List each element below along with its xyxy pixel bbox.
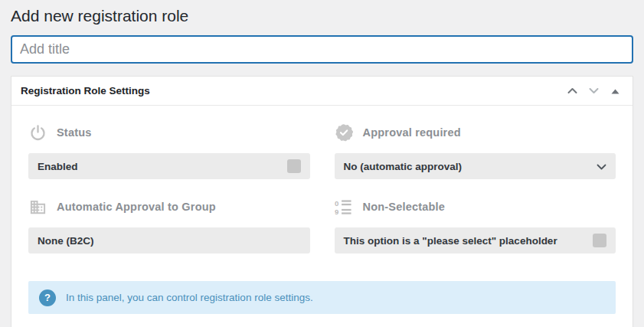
svg-text:9: 9 <box>335 208 338 216</box>
select-chevron-down-icon <box>597 161 606 172</box>
metabox-title: Registration Role Settings <box>21 85 150 96</box>
metabox-controls <box>564 83 623 100</box>
move-up-button[interactable] <box>564 83 580 100</box>
metabox-header: Registration Role Settings <box>11 77 633 106</box>
automatic-approval-group-field[interactable]: None (B2C) <box>28 227 310 253</box>
section-automatic-approval-group: Automatic Approval to Group None (B2C) <box>28 198 310 253</box>
non-selectable-label: Non-Selectable <box>363 201 446 213</box>
group-heading: Automatic Approval to Group <box>28 198 310 216</box>
approval-selected-option: No (automatic approval) <box>344 161 463 172</box>
title-input[interactable] <box>11 35 633 64</box>
triangle-up-icon <box>611 85 619 96</box>
info-panel: ? In this panel, you can control registr… <box>28 281 616 314</box>
svg-text:0: 0 <box>335 198 338 207</box>
approval-heading: Approval required <box>335 123 616 142</box>
approval-required-select[interactable]: No (automatic approval) <box>335 153 616 179</box>
non-selectable-heading: 0 9 Non-Selectable <box>335 198 616 216</box>
question-mark-icon: ? <box>39 289 56 306</box>
status-checkbox[interactable] <box>287 159 301 173</box>
building-icon <box>28 198 47 216</box>
settings-grid: Status Enabled <box>28 123 616 253</box>
status-field-row: Enabled <box>28 153 310 179</box>
add-registration-role-page: Add new registration role Registration R… <box>0 0 644 327</box>
status-label: Status <box>57 126 92 139</box>
status-field-text: Enabled <box>38 161 78 172</box>
automatic-approval-group-label: Automatic Approval to Group <box>57 201 216 213</box>
chevron-up-icon <box>567 85 577 96</box>
toggle-panel-button[interactable] <box>606 83 623 100</box>
verified-badge-icon <box>335 123 353 142</box>
power-icon <box>28 123 47 142</box>
non-selectable-field-row: This option is a "please select" placeho… <box>335 227 616 253</box>
info-text: In this panel, you can control registrat… <box>66 292 313 303</box>
status-heading: Status <box>28 123 310 142</box>
group-field-text: None (B2C) <box>38 235 94 247</box>
metabox-registration-role-settings: Registration Role Settings <box>11 76 633 327</box>
non-selectable-field-text: This option is a "please select" placeho… <box>344 235 557 247</box>
move-down-button[interactable] <box>585 83 602 100</box>
metabox-body: Status Enabled <box>11 106 633 327</box>
section-non-selectable: 0 9 Non-Selectable This option is a "ple… <box>335 198 616 253</box>
page-title: Add new registration role <box>11 0 633 26</box>
approval-required-label: Approval required <box>363 126 461 139</box>
numbered-list-icon: 0 9 <box>335 198 353 216</box>
chevron-down-icon <box>589 85 599 96</box>
non-selectable-checkbox[interactable] <box>593 234 606 247</box>
section-approval-required: Approval required No (automatic approval… <box>335 123 616 179</box>
section-status: Status Enabled <box>28 123 310 179</box>
